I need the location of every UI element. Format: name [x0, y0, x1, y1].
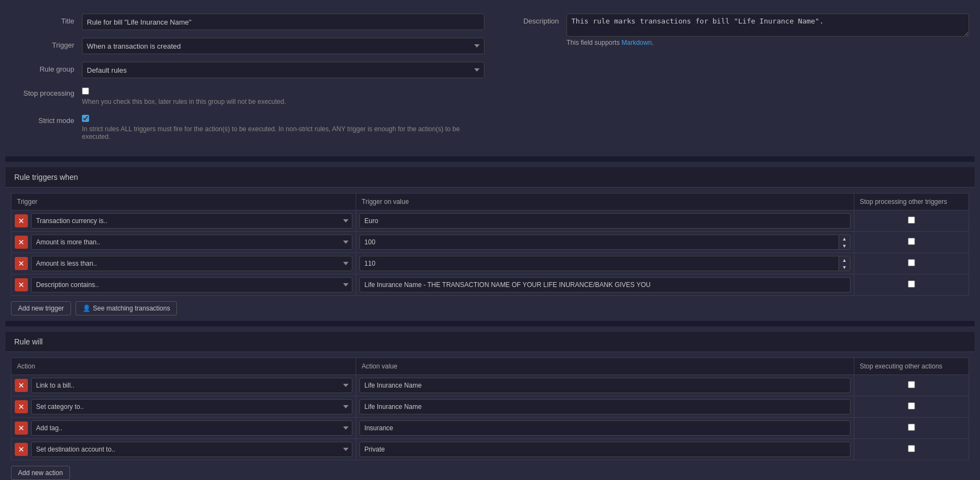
spinner-up-button[interactable]: ▲	[839, 235, 850, 242]
user-icon: 👤	[82, 305, 91, 312]
trigger-type-select[interactable]: Transaction currency is..	[31, 213, 352, 229]
rule-group-select[interactable]: Default rules	[82, 62, 485, 78]
markdown-note: This field supports Markdown.	[566, 39, 969, 46]
trigger-value-input[interactable]	[359, 256, 839, 271]
stop-action-checkbox[interactable]	[908, 402, 915, 409]
action-row: ✕ Set destination account to..	[11, 439, 969, 460]
action-type-select[interactable]: Add tag..	[31, 420, 352, 436]
trigger-type-select[interactable]: Amount is less than..	[31, 256, 352, 271]
delete-action-button[interactable]: ✕	[15, 422, 28, 435]
col-stop-actions-header: Stop executing other actions	[854, 358, 969, 375]
action-value-input[interactable]	[359, 399, 851, 414]
trigger-label: Trigger	[11, 38, 82, 49]
title-input[interactable]	[82, 14, 485, 30]
action-type-select[interactable]: Set destination account to..	[31, 442, 352, 457]
triggers-heading: Rule triggers when	[5, 167, 975, 188]
stop-processing-hint: When you check this box, later rules in …	[82, 98, 286, 106]
action-row: ✕ Link to a bill..	[11, 375, 969, 396]
action-type-select[interactable]: Link to a bill..	[31, 378, 352, 393]
trigger-select[interactable]: When a transaction is created	[82, 38, 485, 54]
col-value-header: Trigger on value	[356, 194, 854, 210]
strict-mode-checkbox[interactable]	[82, 115, 89, 122]
delete-action-button[interactable]: ✕	[15, 379, 28, 392]
strict-mode-label: Strict mode	[11, 113, 82, 125]
action-row: ✕ Add tag..	[11, 418, 969, 439]
action-row: ✕ Set category to..	[11, 396, 969, 418]
add-trigger-button[interactable]: Add new trigger	[11, 301, 71, 315]
rule-group-label: Rule group	[11, 62, 82, 73]
triggers-section: Rule triggers when Trigger Trigger on va…	[5, 167, 975, 321]
trigger-type-select[interactable]: Description contains..	[31, 277, 352, 292]
delete-action-button[interactable]: ✕	[15, 400, 28, 413]
actions-section: Rule will Action Action value Stop execu…	[5, 332, 975, 480]
stop-action-checkbox[interactable]	[908, 424, 915, 431]
triggers-table: Trigger Trigger on value Stop processing…	[11, 193, 969, 296]
delete-trigger-button[interactable]: ✕	[15, 236, 28, 249]
action-value-input[interactable]	[359, 420, 851, 436]
stop-action-checkbox[interactable]	[908, 445, 915, 452]
description-label: Description	[495, 14, 566, 25]
col-trigger-header: Trigger	[11, 194, 356, 210]
delete-trigger-button[interactable]: ✕	[15, 214, 28, 227]
action-value-input[interactable]	[359, 442, 851, 457]
trigger-value-input[interactable]	[359, 277, 851, 292]
trigger-row: ✕ Amount is more than.. ▲ ▼	[11, 232, 969, 253]
trigger-value-input[interactable]	[359, 213, 851, 229]
stop-trigger-checkbox[interactable]	[908, 238, 915, 245]
trigger-value-input[interactable]	[359, 235, 839, 250]
strict-mode-hint: In strict rules ALL triggers must fire f…	[82, 125, 485, 141]
delete-action-button[interactable]: ✕	[15, 443, 28, 456]
spinner-down-button[interactable]: ▼	[839, 264, 850, 271]
spinner-up-button[interactable]: ▲	[839, 256, 850, 264]
trigger-row: ✕ Description contains..	[11, 274, 969, 296]
col-stop-header: Stop processing other triggers	[854, 194, 969, 210]
stop-trigger-checkbox[interactable]	[908, 259, 915, 266]
actions-heading: Rule will	[5, 332, 975, 352]
stop-trigger-checkbox[interactable]	[908, 280, 915, 288]
see-matching-button[interactable]: 👤See matching transactions	[75, 301, 177, 315]
trigger-type-select[interactable]: Amount is more than..	[31, 235, 352, 250]
trigger-row: ✕ Transaction currency is..	[11, 210, 969, 232]
markdown-link[interactable]: Markdown	[622, 39, 652, 46]
col-action-value-header: Action value	[356, 358, 854, 375]
spinner-down-button[interactable]: ▼	[839, 242, 850, 249]
actions-table: Action Action value Stop executing other…	[11, 358, 969, 460]
description-textarea[interactable]: This rule marks transactions for bill "L…	[566, 14, 969, 37]
action-type-select[interactable]: Set category to..	[31, 399, 352, 414]
action-value-input[interactable]	[359, 378, 851, 393]
col-action-header: Action	[11, 358, 356, 375]
trigger-row: ✕ Amount is less than.. ▲ ▼	[11, 253, 969, 274]
add-action-button[interactable]: Add new action	[11, 466, 70, 480]
stop-trigger-checkbox[interactable]	[908, 216, 915, 224]
stop-processing-checkbox[interactable]	[82, 87, 89, 95]
stop-action-checkbox[interactable]	[908, 381, 915, 388]
delete-trigger-button[interactable]: ✕	[15, 278, 28, 291]
title-label: Title	[11, 14, 82, 25]
delete-trigger-button[interactable]: ✕	[15, 257, 28, 270]
stop-processing-label: Stop processing	[11, 86, 82, 97]
